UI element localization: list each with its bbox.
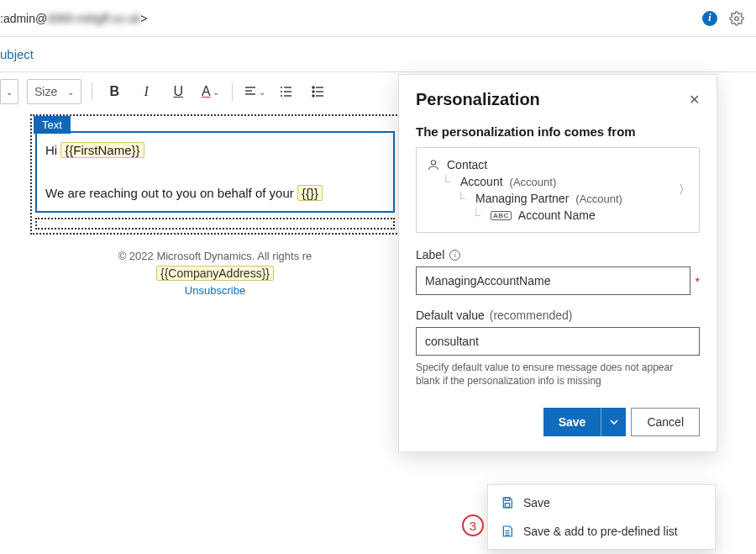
footer-copyright: © 2022 Microsoft Dynamics. All rights re xyxy=(30,250,400,262)
text-field-icon: ABC xyxy=(491,211,512,220)
chevron-down-icon: ⌄ xyxy=(213,87,219,97)
default-value-label: Default value xyxy=(416,309,485,322)
cancel-button[interactable]: Cancel xyxy=(631,408,700,436)
dropdown-save-add[interactable]: Save & add to pre-defined list xyxy=(488,517,715,546)
svg-rect-18 xyxy=(505,504,509,508)
toolbar-separator xyxy=(232,82,233,101)
gear-icon[interactable] xyxy=(729,11,744,26)
chevron-right-icon[interactable]: 〉 xyxy=(679,182,690,198)
tree-elbow-icon: └ xyxy=(442,175,454,188)
token-empty[interactable]: {{}} xyxy=(297,185,323,201)
floppy-save-icon xyxy=(500,496,515,509)
email-canvas: Text Hi {{FirstName}} We are reaching ou… xyxy=(30,114,400,297)
path-accname-label: Account Name xyxy=(518,208,596,222)
from-address: :admin@d365-mktgff.co.uk> xyxy=(0,12,147,25)
svg-point-11 xyxy=(312,91,314,92)
font-color-button[interactable]: A⌄ xyxy=(198,80,222,103)
svg-rect-17 xyxy=(505,498,509,500)
dropdown-save[interactable]: Save xyxy=(488,488,715,517)
italic-button[interactable]: I xyxy=(134,80,158,103)
save-button[interactable]: Save xyxy=(543,408,601,436)
step-3-marker: 3 xyxy=(462,514,484,536)
path-mp-type: (Account) xyxy=(575,193,622,205)
from-prefix: :admin@ xyxy=(0,12,47,25)
svg-point-0 xyxy=(735,16,739,20)
greeting-text: Hi xyxy=(45,143,60,157)
info-outline-icon[interactable]: i xyxy=(449,250,460,261)
empty-block-slot[interactable] xyxy=(35,218,395,230)
default-value-input[interactable] xyxy=(416,327,700,356)
from-suffix: > xyxy=(140,12,147,25)
underline-button[interactable]: U xyxy=(166,80,190,103)
dropdown-save-add-label: Save & add to pre-defined list xyxy=(523,525,678,538)
info-path-box[interactable]: Contact └ Account (Account) └ Managing P… xyxy=(416,147,700,233)
line2-text: We are reaching out to you on behalf of … xyxy=(45,186,297,200)
align-button[interactable]: ⌄ xyxy=(243,80,266,103)
save-dropdown-menu: Save Save & add to pre-defined list xyxy=(487,484,716,550)
tree-elbow-icon: └ xyxy=(457,192,469,205)
required-indicator: * xyxy=(696,266,700,288)
panel-title: Personalization xyxy=(416,90,540,109)
personalization-panel: Personalization ✕ The personalization in… xyxy=(398,74,717,452)
toolbar-separator xyxy=(92,82,92,101)
save-split-toggle[interactable] xyxy=(601,408,626,436)
svg-point-12 xyxy=(312,95,314,97)
default-value-help: Specify default value to ensure message … xyxy=(416,361,700,388)
label-field-label: Label xyxy=(416,248,444,261)
chevron-down-icon: ⌄ xyxy=(6,87,13,97)
path-account: └ Account (Account) xyxy=(427,173,689,190)
header-bar: :admin@d365-mktgff.co.uk> i xyxy=(0,0,756,37)
path-account-name: └ ABC Account Name xyxy=(427,207,689,224)
close-icon[interactable]: ✕ xyxy=(689,92,700,108)
from-domain-blurred: d365-mktgff.co.uk xyxy=(47,12,140,25)
email-body-text[interactable]: Hi {{FirstName}} We are reaching out to … xyxy=(37,133,393,211)
path-managing-partner: └ Managing Partner (Account) xyxy=(427,190,689,207)
bullet-list-button[interactable] xyxy=(307,80,330,103)
info-icon[interactable]: i xyxy=(702,11,717,26)
save-split-button: Save xyxy=(543,408,627,436)
path-mp-label: Managing Partner xyxy=(475,192,569,205)
token-company-address[interactable]: {{CompanyAddress}} xyxy=(156,266,274,281)
tree-elbow-icon: └ xyxy=(472,208,484,222)
label-input[interactable] xyxy=(416,266,690,295)
person-icon xyxy=(427,158,440,171)
size-label: Size xyxy=(34,85,57,98)
path-contact: Contact xyxy=(427,156,689,173)
chevron-down-icon: ⌄ xyxy=(259,87,265,97)
bold-button[interactable]: B xyxy=(102,80,126,103)
info-source-heading: The personalization info comes from xyxy=(416,124,700,139)
path-contact-label: Contact xyxy=(447,158,487,171)
subject-link[interactable]: ubject xyxy=(0,47,34,61)
floppy-list-icon xyxy=(500,525,515,538)
unsubscribe-link[interactable]: Unsubscribe xyxy=(30,284,400,297)
size-select[interactable]: Size ⌄ xyxy=(27,79,81,104)
default-recommended: (recommended) xyxy=(490,309,573,322)
path-account-type: (Account) xyxy=(510,176,557,188)
numbered-list-button[interactable] xyxy=(275,80,298,103)
subject-row: ubject xyxy=(0,37,756,72)
svg-point-10 xyxy=(312,87,314,88)
chevron-down-icon: ⌄ xyxy=(67,87,74,97)
dropdown-save-label: Save xyxy=(523,496,550,509)
selected-text-block[interactable]: Hi {{FirstName}} We are reaching out to … xyxy=(35,131,395,213)
font-select[interactable]: ⌄ xyxy=(0,79,18,104)
canvas-outer-block[interactable]: Text Hi {{FirstName}} We are reaching ou… xyxy=(30,114,400,235)
svg-point-16 xyxy=(431,161,435,165)
path-account-label: Account xyxy=(460,175,503,188)
token-firstname[interactable]: {{FirstName}} xyxy=(60,142,144,158)
